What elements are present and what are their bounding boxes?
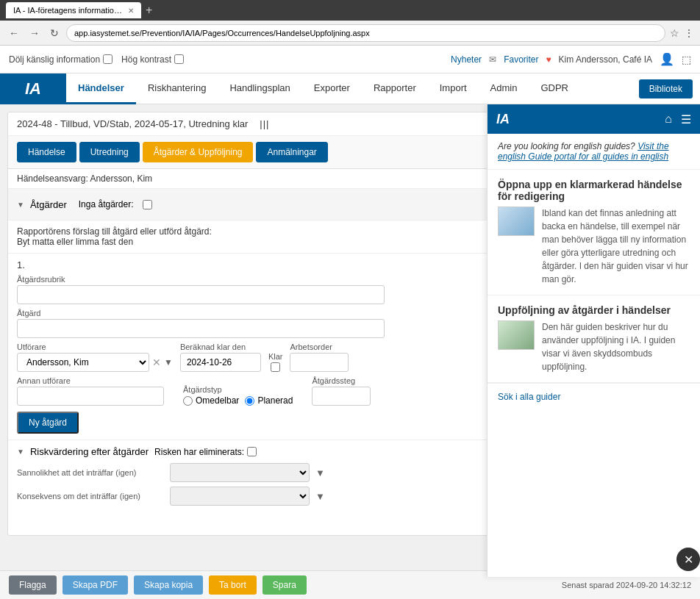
hide-sensitive-checkbox[interactable] [103,54,113,64]
risk-title: Riskvärdering efter åtgärder [30,446,149,457]
konsekvens-select[interactable] [170,487,310,506]
risk-triangle-icon: ▼ [17,448,24,456]
konsekvens-label: Konsekvens om det inträffar (igen) [17,492,164,501]
main-content: 2024-48 - Tillbud, VD/Stab, 2024-05-17, … [0,104,700,599]
triangle-icon: ▼ [17,201,24,209]
nav-item-handelser[interactable]: Händelser [66,73,136,104]
tab-atgarder[interactable]: Åtgärder & Uppföljning [143,142,254,162]
flagga-button[interactable]: Flagga [9,575,57,595]
skapa-pdf-button[interactable]: Skapa PDF [63,575,128,595]
nav-label-admin: Admin [490,82,518,93]
browser-controls: ← → ↻ ☆ ⋮ [0,21,700,46]
guide-panel-header: IA ⌂ ☰ [488,104,700,134]
atgardssteg-input[interactable] [312,387,371,406]
user-name: Kim Andersson, Café IA [559,54,652,65]
tab-title: IA - IA-företagens informationss [13,6,124,15]
address-bar[interactable] [66,24,665,42]
high-contrast-label: Hög kontrast [121,54,171,65]
nav-item-import[interactable]: Import [428,73,479,104]
annan-utforare-label: Annan utförare [17,376,164,385]
high-contrast-checkbox[interactable] [174,54,184,64]
sannolikhet-arrow: ▼ [315,467,325,478]
tab-anmalningar[interactable]: Anmälningar [256,142,327,162]
konsekvens-row: Konsekvens om det inträffar (igen) ▼ [17,487,485,506]
logo-area: IA [0,73,66,104]
spara-button[interactable]: Spara [262,575,307,595]
bottom-right: Senast sparad 2024-09-20 14:32:12 [562,581,691,589]
tab-utredning[interactable]: Utredning [79,142,140,162]
utforare-label: Utförare [17,342,173,351]
risk-eliminerad[interactable]: Risken har eliminerats: [154,447,257,457]
high-contrast-toggle[interactable]: Hög kontrast [121,54,184,65]
handler-label: Händelseansvarg: Andersson, Kim [17,173,152,184]
hide-sensitive-label: Dölj känslig information [9,54,100,65]
atgardsrubrik-input[interactable] [17,285,385,304]
nav-label-handlingsplan: Handlingsplan [229,82,290,93]
nav-item-handlingsplan[interactable]: Handlingsplan [218,73,301,104]
guide-article-2-header: Den här guiden beskriver hur du använder… [498,320,690,373]
nav-bar: IA Händelser Riskhantering Handlingsplan… [0,73,700,104]
favoriter-link[interactable]: Favoriter [504,54,538,65]
nav-item-exporter[interactable]: Exporter [302,73,362,104]
atgardssteg-label: Åtgärdssteg [312,376,371,385]
logout-icon[interactable]: ⬚ [682,54,691,65]
nyheter-link[interactable]: Nyheter [451,54,482,65]
hide-sensitive-toggle[interactable]: Dölj känslig information [9,54,113,65]
planerad-radio[interactable] [245,396,254,406]
guide-home-icon[interactable]: ⌂ [665,112,672,126]
planerad-radio-label[interactable]: Planerad [245,395,293,406]
klar-checkbox[interactable] [268,362,283,372]
expand-utforare-btn[interactable]: ▼ [164,357,173,367]
guide-article-1[interactable]: Öppna upp en klarmarkerad händelse för r… [488,170,700,295]
forward-btn[interactable]: → [26,26,43,40]
nav-item-riskhantering[interactable]: Riskhantering [136,73,218,104]
sannolikhet-select[interactable] [170,463,310,482]
browser-tab[interactable]: IA - IA-företagens informationss ✕ [6,2,141,18]
saved-timestamp: Senast sparad 2024-09-20 14:32:12 [562,581,691,589]
risk-selects: Sannolikhet att det inträffar (igen) ▼ K… [17,463,485,529]
atgard-input[interactable] [17,319,385,338]
back-btn[interactable]: ← [6,26,22,40]
inga-atgarder-checkbox[interactable] [143,200,152,209]
skapa-kopia-button[interactable]: Skapa kopia [134,575,203,595]
omedelbar-label: Omedelbar [196,395,239,406]
guide-panel: IA ⌂ ☰ Are you looking for english guide… [487,104,700,577]
bottom-left-buttons: Flagga Skapa PDF Skapa kopia Ta bort Spa… [9,575,307,595]
arbetsorder-input[interactable] [290,353,349,372]
guide-close-button[interactable]: ✕ [676,548,700,571]
guide-thumb-img-1 [499,207,534,235]
nav-item-rapporter[interactable]: Rapporter [362,73,428,104]
bibliotek-button[interactable]: Bibliotek [639,79,693,98]
menu-icon[interactable]: ⋮ [684,27,694,39]
browser-icons: ☆ ⋮ [670,27,694,39]
guide-logo: IA [496,112,510,127]
guide-article-1-header: Ibland kan det finnas anledning att back… [498,207,690,286]
heart-icon: ♥ [546,54,551,65]
star-icon[interactable]: ☆ [670,27,679,39]
sannolikhet-row: Sannolikhet att det inträffar (igen) ▼ [17,463,485,482]
beraknad-klar-input[interactable] [180,353,261,372]
nav-label-import: Import [440,82,467,93]
refresh-btn[interactable]: ↻ [47,26,62,40]
nav-item-gdpr[interactable]: GDPR [529,73,580,104]
annan-utforare-input[interactable] [17,387,164,406]
guide-search-link[interactable]: Sök i alla guider [498,392,560,402]
atgarder-title: Åtgärder [30,199,67,210]
nav-item-admin[interactable]: Admin [479,73,529,104]
new-tab-btn[interactable]: + [146,4,152,17]
barcode-icon: ||| [260,118,269,129]
close-icon: ✕ [684,553,693,567]
risk-eliminerad-label: Risken har eliminerats: [154,447,244,457]
tab-close-btn[interactable]: ✕ [128,7,134,15]
clear-utforare-btn[interactable]: ✕ [152,356,161,368]
omedelbar-radio-label[interactable]: Omedelbar [183,395,239,406]
tab-handelse[interactable]: Händelse [17,142,76,162]
guide-menu-icon[interactable]: ☰ [681,112,691,126]
guide-article-2[interactable]: Uppföljning av åtgärder i händelser Den … [488,295,700,383]
ny-atgard-button[interactable]: Ny åtgärd [17,412,79,434]
ta-bort-button[interactable]: Ta bort [209,575,257,595]
omedelbar-radio[interactable] [183,396,193,406]
utforare-select[interactable]: Andersson, Kim [17,353,149,372]
guide-article-2-title: Uppföljning av åtgärder i händelser [498,304,690,316]
risk-eliminerad-checkbox[interactable] [247,447,257,456]
